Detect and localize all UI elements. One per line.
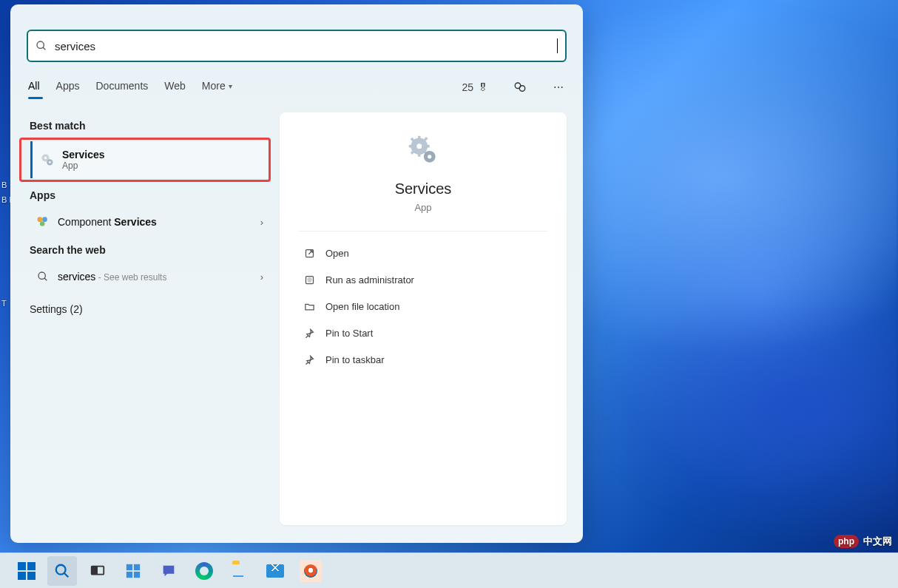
svg-rect-16 bbox=[418, 153, 421, 157]
taskbar bbox=[0, 552, 898, 588]
result-title: Services bbox=[62, 149, 105, 160]
svg-point-9 bbox=[42, 217, 47, 222]
tab-web[interactable]: Web bbox=[164, 75, 186, 99]
folder-icon bbox=[303, 300, 315, 312]
tab-all[interactable]: All bbox=[28, 75, 40, 99]
pinned-app-button[interactable] bbox=[296, 556, 325, 586]
open-icon bbox=[303, 247, 315, 259]
chat-icon bbox=[161, 563, 177, 579]
edge-button[interactable] bbox=[189, 556, 219, 586]
folder-icon bbox=[231, 564, 249, 578]
svg-rect-33 bbox=[126, 571, 132, 577]
svg-rect-31 bbox=[126, 564, 132, 570]
task-view-button[interactable] bbox=[83, 556, 112, 586]
action-pin-taskbar[interactable]: Pin to taskbar bbox=[299, 348, 547, 371]
svg-point-8 bbox=[38, 217, 43, 222]
search-input[interactable] bbox=[55, 40, 557, 53]
svg-rect-17 bbox=[409, 145, 413, 148]
search-icon bbox=[54, 563, 70, 579]
component-services-icon bbox=[36, 214, 50, 229]
chat-button[interactable] bbox=[154, 556, 183, 586]
section-apps: Apps bbox=[30, 189, 269, 201]
gear-icon bbox=[40, 152, 55, 167]
svg-point-7 bbox=[49, 161, 51, 163]
medal-icon: 🎖 bbox=[478, 81, 488, 93]
action-pin-start[interactable]: Pin to Start bbox=[299, 322, 547, 344]
svg-point-0 bbox=[37, 41, 44, 48]
text-cursor bbox=[557, 38, 558, 53]
tab-apps[interactable]: Apps bbox=[56, 75, 80, 99]
action-label: Open bbox=[325, 248, 349, 259]
section-best-match: Best match bbox=[30, 120, 269, 132]
shield-icon bbox=[303, 274, 315, 285]
svg-point-14 bbox=[416, 143, 422, 149]
preview-pane: Services App Open Run as administrator O… bbox=[280, 112, 567, 525]
svg-line-1 bbox=[43, 47, 45, 50]
result-component-services[interactable]: Component Services › bbox=[30, 207, 269, 237]
action-open[interactable]: Open bbox=[299, 242, 547, 264]
start-search-panel: All Apps Documents Web More ▾ 25 🎖 ⋯ Bes… bbox=[10, 4, 583, 543]
pin-icon bbox=[303, 354, 315, 365]
edge-icon bbox=[195, 562, 213, 580]
svg-point-10 bbox=[40, 221, 45, 226]
taskbar-search-button[interactable] bbox=[47, 556, 77, 586]
rewards-points[interactable]: 25 🎖 bbox=[462, 81, 488, 93]
pin-icon bbox=[303, 327, 315, 339]
result-title: services - See web results bbox=[58, 271, 166, 283]
action-label: Run as administrator bbox=[325, 274, 414, 285]
widgets-icon bbox=[125, 563, 141, 579]
chevron-right-icon: › bbox=[260, 271, 263, 283]
section-settings[interactable]: Settings (2) bbox=[30, 303, 269, 315]
preview-subtitle: App bbox=[414, 202, 431, 213]
search-tabs: All Apps Documents Web More ▾ 25 🎖 ⋯ bbox=[10, 67, 583, 99]
svg-point-24 bbox=[428, 155, 431, 158]
tab-more[interactable]: More ▾ bbox=[202, 75, 232, 99]
mail-icon bbox=[266, 564, 284, 578]
action-label: Pin to taskbar bbox=[325, 354, 385, 365]
svg-rect-15 bbox=[418, 136, 421, 140]
action-run-admin[interactable]: Run as administrator bbox=[299, 268, 547, 291]
results-column: Best match Services App Apps bbox=[30, 112, 269, 525]
chevron-right-icon: › bbox=[260, 217, 263, 228]
start-button[interactable] bbox=[12, 556, 41, 586]
svg-rect-32 bbox=[134, 564, 140, 570]
app-icon bbox=[300, 560, 322, 582]
search-box[interactable] bbox=[27, 30, 567, 62]
watermark: php 中文网 bbox=[834, 535, 892, 548]
explorer-button[interactable] bbox=[225, 556, 254, 586]
svg-rect-30 bbox=[92, 566, 98, 574]
result-web-search[interactable]: services - See web results › bbox=[30, 262, 269, 291]
mail-button[interactable] bbox=[260, 556, 290, 586]
svg-line-12 bbox=[44, 278, 47, 280]
points-value: 25 bbox=[462, 81, 473, 93]
section-search-web: Search the web bbox=[30, 244, 269, 256]
svg-line-28 bbox=[64, 572, 69, 577]
action-label: Pin to Start bbox=[325, 328, 373, 339]
result-title: Component Services bbox=[58, 216, 157, 228]
svg-rect-18 bbox=[426, 145, 430, 148]
chat-icon[interactable] bbox=[513, 81, 527, 94]
result-services-app[interactable]: Services App bbox=[30, 141, 269, 178]
tab-documents[interactable]: Documents bbox=[95, 75, 148, 99]
chevron-down-icon: ▾ bbox=[229, 82, 232, 90]
tab-more-label: More bbox=[202, 80, 226, 92]
action-label: Open file location bbox=[325, 301, 399, 312]
watermark-text: 中文网 bbox=[863, 535, 892, 548]
svg-point-3 bbox=[519, 86, 525, 92]
preview-title: Services bbox=[395, 180, 452, 197]
widgets-button[interactable] bbox=[118, 556, 148, 586]
task-view-icon bbox=[90, 563, 106, 579]
action-open-file-location[interactable]: Open file location bbox=[299, 295, 547, 317]
search-icon bbox=[36, 269, 50, 284]
gear-icon bbox=[408, 135, 439, 166]
watermark-badge: php bbox=[834, 535, 859, 548]
search-icon bbox=[36, 40, 47, 52]
svg-rect-34 bbox=[134, 571, 140, 577]
svg-point-11 bbox=[38, 272, 45, 279]
highlight-annotation: Services App bbox=[19, 138, 271, 182]
svg-point-5 bbox=[44, 157, 47, 159]
result-subtitle: App bbox=[62, 160, 105, 171]
windows-logo-icon bbox=[18, 562, 36, 580]
svg-point-27 bbox=[56, 564, 66, 574]
more-options-icon[interactable]: ⋯ bbox=[552, 81, 565, 94]
